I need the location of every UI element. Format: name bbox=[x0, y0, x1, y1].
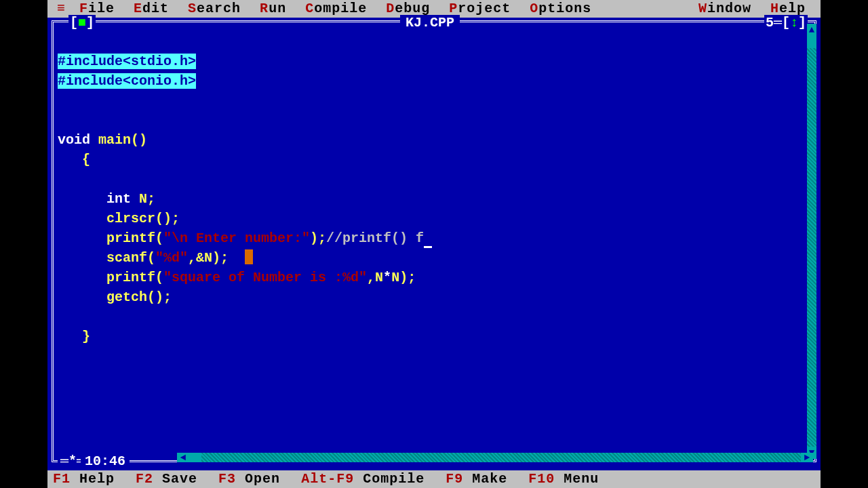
vertical-scrollbar[interactable]: ▲ ▼ bbox=[807, 36, 816, 447]
hint-help[interactable]: F1 Help bbox=[53, 471, 115, 487]
code-line: printf( bbox=[58, 270, 163, 285]
code-line: #include<conio.h> bbox=[58, 73, 196, 89]
code-line: #include<stdio.h> bbox=[58, 54, 196, 69]
code-line: scanf( bbox=[58, 250, 155, 266]
window-number-zoom[interactable]: 5═[↕] bbox=[764, 15, 808, 30]
window-titlebar: [■] KJ.CPP 5═[↕] bbox=[54, 14, 814, 31]
hint-open[interactable]: F3 Open bbox=[218, 471, 280, 487]
scroll-up-icon[interactable]: ▲ bbox=[807, 24, 816, 36]
ide-screen: ≡ File Edit Search Run Compile Debug Pro… bbox=[47, 0, 821, 488]
code-line: } bbox=[58, 329, 90, 344]
scroll-thumb[interactable] bbox=[189, 453, 201, 462]
hint-compile[interactable]: Alt-F9 Compile bbox=[301, 471, 425, 487]
hint-save[interactable]: F2 Save bbox=[136, 471, 197, 487]
close-box[interactable]: [■] bbox=[68, 15, 96, 30]
code-line: void bbox=[58, 132, 90, 148]
scroll-left-icon[interactable]: ◄ bbox=[177, 453, 189, 462]
scroll-thumb[interactable] bbox=[807, 36, 816, 48]
code-line: printf( bbox=[58, 230, 163, 246]
horizontal-scrollbar[interactable]: ◄ ► bbox=[189, 453, 801, 462]
editor-window: [■] KJ.CPP 5═[↕] #include<stdio.h> #incl… bbox=[52, 20, 816, 462]
hint-make[interactable]: F9 Make bbox=[446, 471, 507, 487]
scroll-right-icon[interactable]: ► bbox=[801, 453, 813, 462]
cursor-position: 10:46 bbox=[81, 453, 130, 469]
close-icon: ■ bbox=[78, 15, 86, 30]
hint-menu[interactable]: F10 Menu bbox=[528, 471, 599, 487]
code-line: clrscr(); bbox=[58, 211, 180, 226]
zoom-icon: ↕ bbox=[790, 15, 798, 30]
window-filename: KJ.CPP bbox=[400, 15, 460, 30]
code-line: int bbox=[58, 191, 131, 207]
status-bar: F1 Help F2 Save F3 Open Alt-F9 Compile F… bbox=[47, 470, 821, 488]
code-line: { bbox=[58, 152, 90, 167]
text-cursor bbox=[245, 249, 253, 264]
code-line: getch(); bbox=[58, 289, 172, 305]
code-editor[interactable]: #include<stdio.h> #include<conio.h> void… bbox=[58, 32, 804, 451]
